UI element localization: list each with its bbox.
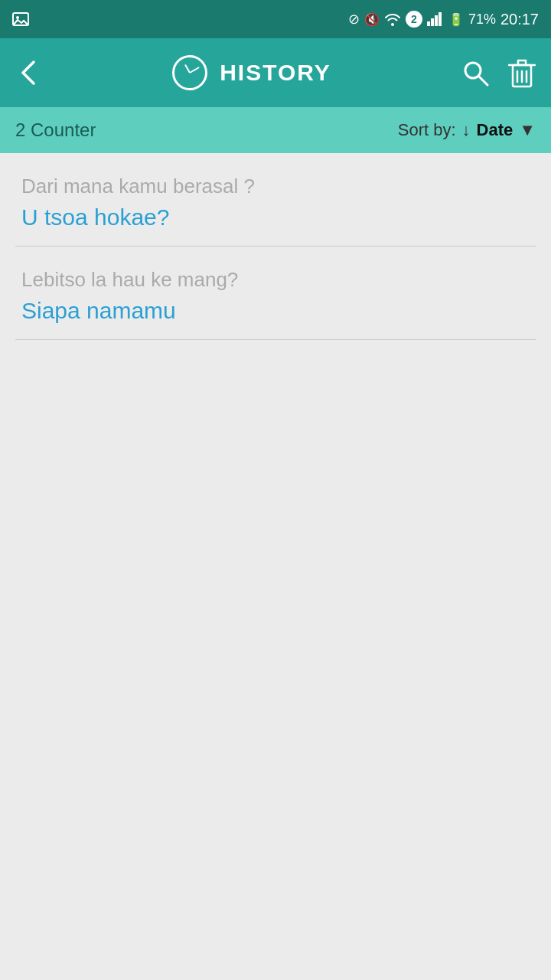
sort-section[interactable]: Sort by: ↓ Date ▼ [398, 120, 536, 140]
dropdown-arrow-icon[interactable]: ▼ [519, 120, 536, 140]
svg-point-1 [16, 16, 19, 19]
counter-label: 2 Counter [15, 119, 96, 141]
back-button[interactable] [15, 59, 43, 87]
history-item-original: Lebitso la hau ke mang? [21, 268, 530, 292]
badge-2: 2 [406, 11, 422, 28]
delete-button[interactable] [508, 57, 536, 88]
history-item-translation: U tsoa hokae? [21, 204, 530, 230]
svg-line-7 [479, 77, 487, 85]
app-bar-title-section: HISTORY [55, 55, 448, 90]
history-item-original: Dari mana kamu berasal ? [21, 175, 530, 198]
app-bar-title: HISTORY [220, 60, 331, 86]
sort-direction-icon: ↓ [462, 120, 471, 140]
image-icon [12, 11, 29, 28]
list-divider [15, 339, 536, 340]
status-right-icons: ⊘ 🔇 2 🔋 71% 20:17 [348, 11, 539, 28]
status-left-icons [12, 11, 29, 28]
clock-icon [172, 55, 207, 90]
svg-rect-3 [431, 18, 434, 26]
status-time: 20:17 [500, 11, 539, 28]
bluetooth-mute-icon: ⊘ [348, 11, 360, 28]
signal-icon [427, 12, 444, 26]
history-item-translation: Siapa namamu [21, 298, 530, 324]
search-button[interactable] [461, 58, 490, 87]
svg-rect-2 [427, 21, 430, 26]
sound-mute-icon: 🔇 [364, 12, 380, 27]
wifi-icon [384, 12, 401, 26]
app-bar-actions [461, 57, 536, 88]
app-bar: HISTORY [0, 38, 551, 107]
history-item[interactable]: Lebitso la hau ke mang? Siapa namamu [0, 247, 551, 339]
sort-value: Date [477, 120, 514, 140]
svg-rect-4 [435, 15, 438, 26]
battery-icon: 🔋 [448, 12, 464, 27]
history-list: Dari mana kamu berasal ? U tsoa hokae? L… [0, 153, 551, 980]
svg-rect-5 [439, 12, 442, 26]
battery-percent: 71% [468, 11, 496, 28]
sort-by-label: Sort by: [398, 120, 456, 140]
status-bar: ⊘ 🔇 2 🔋 71% 20:17 [0, 0, 551, 38]
history-item[interactable]: Dari mana kamu berasal ? U tsoa hokae? [0, 153, 551, 246]
filter-bar: 2 Counter Sort by: ↓ Date ▼ [0, 107, 551, 153]
